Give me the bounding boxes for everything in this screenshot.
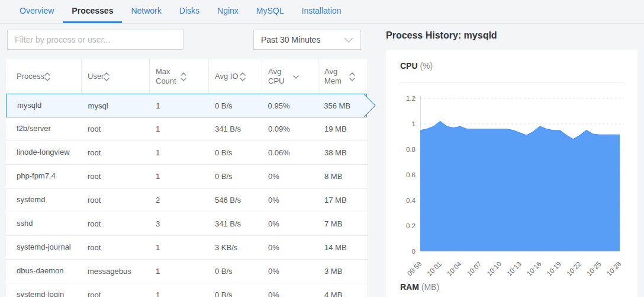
cell-user: root — [82, 243, 150, 252]
cell-user: root — [82, 124, 150, 133]
svg-text:10:10: 10:10 — [485, 260, 503, 277]
column-header-max-count[interactable]: Max Count — [150, 59, 209, 94]
cell-avg-cpu: 0% — [262, 290, 318, 297]
ram-label: RAM — [400, 282, 419, 292]
cell-avg-cpu: 0% — [262, 196, 318, 205]
cell-avg-cpu: 0.06% — [262, 148, 318, 157]
column-header-process[interactable]: Process — [6, 59, 82, 94]
svg-text:10:22: 10:22 — [565, 260, 582, 277]
table-row-mysqld[interactable]: mysqldmysql10 B/s0.95%356 MB — [6, 94, 367, 117]
ram-chart-title: RAM (MB) — [400, 282, 439, 292]
cell-avg-cpu: 0% — [262, 243, 318, 252]
svg-text:10:04: 10:04 — [446, 260, 463, 277]
cell-user: root — [82, 196, 150, 205]
cell-avg-mem: 3 MB — [318, 267, 367, 276]
column-header-avg-io[interactable]: Avg IO — [209, 59, 262, 94]
cpu-history-chart: 00.20.40.60.811.209:5810:0110:0410:0710:… — [386, 50, 637, 297]
svg-text:10:01: 10:01 — [426, 260, 443, 277]
cell-avg-io: 3 KB/s — [209, 243, 262, 252]
cell-avg-io: 546 B/s — [209, 196, 262, 205]
cell-process: systemd — [6, 195, 82, 205]
process-filter-input[interactable] — [7, 30, 183, 50]
cell-process: linode-longview — [6, 148, 82, 157]
cell-user: messagebus — [82, 267, 150, 276]
column-label: Avg Mem — [324, 67, 349, 87]
cell-avg-mem: 7 MB — [318, 219, 367, 228]
cell-avg-mem: 4 MB — [318, 290, 367, 297]
cell-process: dbus-daemon — [6, 266, 82, 276]
tab-nginx[interactable]: Nginx — [208, 0, 247, 23]
table-row-systemd-journal[interactable]: systemd-journalroot13 KB/s0%14 MB — [6, 236, 367, 260]
table-row-dbus-daemon[interactable]: dbus-daemonmessagebus10 B/s0%3 MB — [6, 260, 367, 283]
column-label: Process — [17, 72, 44, 81]
cell-avg-cpu: 0% — [262, 219, 318, 228]
cell-avg-io: 341 B/s — [209, 219, 262, 228]
cell-avg-cpu: 0% — [262, 172, 318, 181]
tab-network[interactable]: Network — [122, 0, 170, 23]
cpu-title-divider — [400, 82, 623, 82]
cell-avg-mem: 356 MB — [318, 101, 366, 110]
cell-avg-mem: 19 MB — [318, 124, 367, 133]
process-table: ProcessUserMax CountAvg IOAvg CPUAvg Mem… — [6, 59, 367, 297]
cell-avg-mem: 8 MB — [318, 172, 367, 181]
time-range-select[interactable]: Past 30 Minutes — [253, 30, 361, 50]
tab-disks[interactable]: Disks — [170, 0, 208, 23]
cell-avg-mem: 38 MB — [318, 148, 367, 157]
cell-user: root — [82, 148, 150, 157]
table-row-php-fpm7-4[interactable]: php-fpm7.4root10 B/s0%8 MB — [6, 165, 367, 189]
sort-icon — [240, 72, 246, 81]
svg-text:10:13: 10:13 — [505, 260, 523, 277]
cell-avg-io: 0 B/s — [209, 172, 262, 181]
column-header-avg-mem[interactable]: Avg Mem — [318, 59, 367, 94]
cell-avg-mem: 17 MB — [318, 196, 367, 205]
cell-max-count: 1 — [150, 124, 209, 133]
tab-bar: OverviewProcessesNetworkDisksNginxMySQLI… — [0, 0, 644, 24]
tab-overview[interactable]: Overview — [11, 0, 63, 23]
cell-max-count: 1 — [150, 243, 209, 252]
table-header: ProcessUserMax CountAvg IOAvg CPUAvg Mem — [6, 59, 367, 94]
sort-icon — [181, 72, 186, 81]
sort-icon — [44, 72, 50, 81]
process-history-card: 00.20.40.60.811.209:5810:0110:0410:0710:… — [386, 50, 637, 297]
table-row-sshd[interactable]: sshdroot3341 B/s0%7 MB — [6, 212, 367, 236]
cpu-label: CPU — [400, 61, 418, 71]
process-history-title: Process History: mysqld — [386, 30, 497, 41]
tab-installation[interactable]: Installation — [293, 0, 350, 23]
cpu-unit-label: (%) — [420, 61, 433, 71]
cell-process: f2b/server — [6, 124, 82, 133]
table-row-f2b-server[interactable]: f2b/serverroot1341 B/s0.09%19 MB — [6, 117, 367, 141]
ram-unit-label: (MB) — [421, 282, 439, 292]
table-row-systemd-login[interactable]: systemd-loginroot10 B/s0%4 MB — [6, 283, 367, 297]
column-label: User — [88, 72, 104, 81]
cell-process: mysqld — [7, 101, 82, 110]
table-row-systemd[interactable]: systemdroot2546 B/s0%17 MB — [6, 189, 367, 212]
cell-max-count: 1 — [150, 267, 209, 276]
svg-text:0.8: 0.8 — [406, 146, 416, 153]
svg-text:10:19: 10:19 — [545, 260, 562, 277]
column-header-user[interactable]: User — [82, 59, 150, 94]
cell-process: systemd-journal — [6, 242, 82, 252]
sort-desc-icon — [293, 72, 299, 81]
svg-text:1.2: 1.2 — [406, 95, 416, 102]
cell-process: php-fpm7.4 — [6, 171, 82, 181]
table-body: mysqldmysql10 B/s0.95%356 MBf2b/serverro… — [6, 94, 367, 297]
cell-user: root — [82, 290, 150, 297]
tab-processes[interactable]: Processes — [63, 0, 122, 23]
svg-text:0.4: 0.4 — [406, 197, 416, 204]
cell-user: root — [82, 172, 150, 181]
column-header-avg-cpu[interactable]: Avg CPU — [262, 59, 318, 94]
column-label: Avg CPU — [268, 67, 293, 87]
cell-max-count: 3 — [150, 219, 209, 228]
column-label: Avg IO — [215, 72, 240, 81]
time-range-value: Past 30 Minutes — [261, 35, 320, 44]
cell-user: mysql — [82, 101, 150, 110]
svg-text:09:58: 09:58 — [406, 260, 423, 277]
cell-avg-io: 341 B/s — [209, 124, 262, 133]
svg-text:1: 1 — [412, 120, 416, 127]
cell-max-count: 1 — [150, 101, 209, 110]
cell-avg-cpu: 0% — [262, 267, 318, 276]
sort-icon — [104, 72, 110, 81]
table-row-linode-longview[interactable]: linode-longviewroot10 B/s0.06%38 MB — [6, 141, 367, 165]
cell-avg-cpu: 0.95% — [262, 101, 318, 110]
tab-mysql[interactable]: MySQL — [247, 0, 293, 23]
